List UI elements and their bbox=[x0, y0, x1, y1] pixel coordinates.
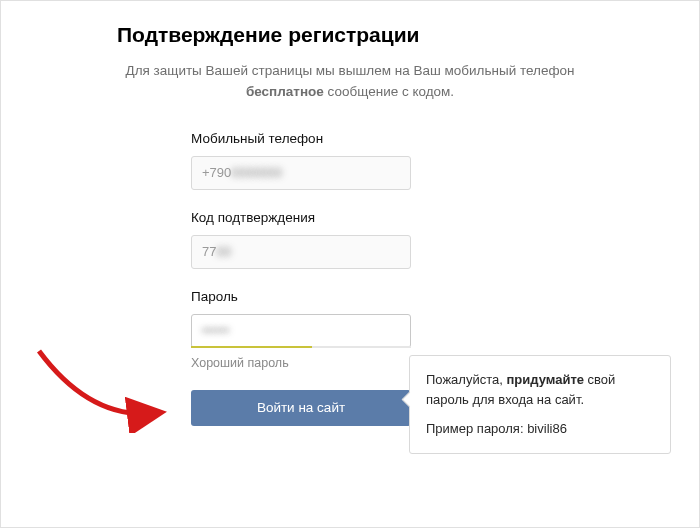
page-title: Подтверждение регистрации bbox=[31, 23, 669, 47]
password-strength-empty bbox=[312, 346, 411, 348]
hint-example: Пример пароля: bivili86 bbox=[426, 419, 654, 439]
submit-button[interactable]: Войти на сайт bbox=[191, 390, 411, 426]
phone-value-visible: +790 bbox=[202, 165, 231, 180]
hint-line-bold: придумайте bbox=[506, 372, 584, 387]
password-strength-label: Хороший пароль bbox=[191, 356, 411, 370]
registration-form: Мобильный телефон +7900000000 Код подтве… bbox=[191, 131, 411, 426]
hint-example-value: bivili86 bbox=[527, 421, 567, 436]
password-strength-bar bbox=[191, 346, 411, 348]
subtitle-bold: бесплатное bbox=[246, 84, 324, 99]
password-field-block: Пароль •••••• Хороший пароль bbox=[191, 289, 411, 370]
code-input[interactable]: 7700 bbox=[191, 235, 411, 269]
hint-example-prefix: Пример пароля: bbox=[426, 421, 527, 436]
phone-input[interactable]: +7900000000 bbox=[191, 156, 411, 190]
password-strength-fill bbox=[191, 346, 312, 348]
phone-value-masked: 0000000 bbox=[231, 165, 282, 180]
code-label: Код подтверждения bbox=[191, 210, 411, 225]
password-hint-tooltip: Пожалуйста, придумайте свой пароль для в… bbox=[409, 355, 671, 454]
phone-label: Мобильный телефон bbox=[191, 131, 411, 146]
phone-field-block: Мобильный телефон +7900000000 bbox=[191, 131, 411, 190]
hint-line-prefix: Пожалуйста, bbox=[426, 372, 506, 387]
password-value-masked: •••••• bbox=[202, 323, 229, 338]
subtitle-suffix: сообщение с кодом. bbox=[324, 84, 454, 99]
code-field-block: Код подтверждения 7700 bbox=[191, 210, 411, 269]
hint-line: Пожалуйста, придумайте свой пароль для в… bbox=[426, 370, 654, 409]
code-value-visible: 77 bbox=[202, 244, 216, 259]
code-value-masked: 00 bbox=[216, 244, 230, 259]
subtitle-prefix: Для защиты Вашей страницы мы вышлем на В… bbox=[126, 63, 575, 78]
password-label: Пароль bbox=[191, 289, 411, 304]
password-input[interactable]: •••••• bbox=[191, 314, 411, 348]
subtitle: Для защиты Вашей страницы мы вышлем на В… bbox=[90, 61, 610, 103]
